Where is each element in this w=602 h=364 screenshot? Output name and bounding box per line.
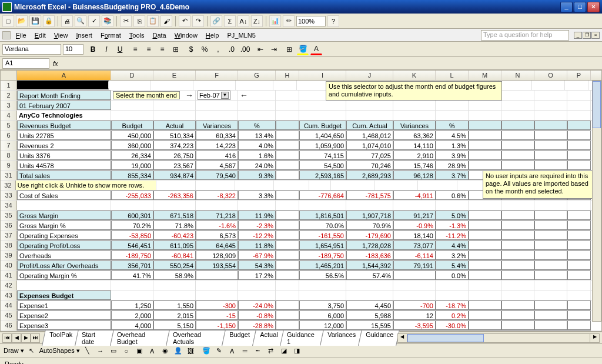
cell[interactable]	[109, 81, 151, 90]
col-header[interactable]: O	[534, 71, 567, 80]
cell[interactable]	[436, 111, 469, 120]
row-header[interactable]: 3	[1, 101, 17, 110]
merge-icon[interactable]: ⊞	[170, 44, 182, 55]
permission-icon[interactable]: 🔒	[43, 15, 55, 27]
cell[interactable]	[469, 201, 501, 210]
col-header[interactable]: D	[111, 71, 153, 80]
cell[interactable]	[501, 101, 534, 110]
cell[interactable]: 5.0%	[436, 211, 469, 220]
row-header[interactable]: 9	[1, 161, 17, 170]
row-header[interactable]: 34	[1, 201, 17, 210]
cell[interactable]	[276, 320, 299, 330]
cell[interactable]	[276, 300, 299, 310]
textbox-icon[interactable]: ▣	[134, 346, 145, 356]
cell[interactable]	[501, 241, 534, 250]
col-header[interactable]: H	[276, 71, 299, 80]
cell[interactable]: 79,191	[393, 261, 436, 270]
cell[interactable]	[238, 290, 276, 300]
cell[interactable]: 70.0%	[299, 221, 346, 230]
sheet-tab[interactable]: ToolPak	[42, 330, 79, 346]
cell[interactable]	[534, 271, 567, 280]
cell[interactable]	[534, 251, 567, 260]
row-header[interactable]: 43	[1, 290, 17, 300]
row-header[interactable]: 37	[1, 231, 17, 240]
cell[interactable]	[567, 261, 591, 270]
dec-indent-icon[interactable]: ⇤	[255, 44, 266, 55]
cell[interactable]: 934,874	[153, 171, 196, 180]
cell[interactable]: -67.9%	[238, 251, 276, 260]
cell[interactable]	[534, 231, 567, 240]
cell[interactable]: 1,468,012	[346, 131, 393, 140]
cell[interactable]	[469, 241, 501, 250]
cell[interactable]	[567, 121, 591, 130]
cell[interactable]	[276, 101, 299, 110]
cell[interactable]	[567, 280, 591, 290]
cell[interactable]	[567, 131, 591, 140]
cell[interactable]	[374, 181, 418, 190]
cell[interactable]: Cum. Budget	[299, 121, 346, 130]
spell-icon[interactable]: ✓	[88, 15, 100, 27]
cell[interactable]: %	[436, 121, 469, 130]
cell[interactable]: -161,550	[299, 231, 346, 240]
inc-indent-icon[interactable]: ⇥	[268, 44, 280, 55]
cell[interactable]	[17, 201, 111, 210]
cell[interactable]: 54.3%	[238, 261, 276, 270]
cell[interactable]: 19,000	[111, 161, 153, 170]
cell[interactable]: -11.2%	[436, 231, 469, 240]
cell[interactable]	[534, 201, 567, 210]
cell[interactable]: 360,000	[111, 141, 153, 150]
row-header[interactable]: 35	[1, 211, 17, 220]
cell[interactable]: 2,015	[153, 310, 196, 320]
cell[interactable]	[309, 181, 331, 190]
cell[interactable]: 6,573	[196, 231, 238, 240]
col-header[interactable]: I	[299, 71, 346, 80]
name-box[interactable]: A1	[2, 58, 49, 69]
cell[interactable]: Cum. Actual	[346, 121, 393, 130]
cell[interactable]	[299, 101, 346, 110]
cell[interactable]: 64,645	[196, 241, 238, 250]
cell[interactable]	[276, 310, 299, 320]
cell[interactable]	[469, 310, 501, 320]
fill-icon[interactable]: 🪣	[201, 346, 212, 356]
cell[interactable]: 1,544,392	[346, 261, 393, 270]
cell[interactable]: 450,000	[111, 131, 153, 140]
paste-icon[interactable]: 📋	[147, 15, 159, 27]
cell[interactable]: -2.3%	[238, 221, 276, 230]
print-icon[interactable]: 🖨	[61, 15, 73, 27]
row-header[interactable]: 46	[1, 320, 17, 330]
cell[interactable]	[276, 271, 299, 280]
row-header[interactable]: 31	[1, 171, 17, 180]
borders-icon[interactable]: ⊞	[283, 44, 295, 55]
cell[interactable]	[17, 81, 109, 89]
cell[interactable]	[276, 201, 299, 210]
cell[interactable]	[111, 280, 153, 290]
col-header[interactable]: E	[153, 71, 196, 80]
cell[interactable]: -53,850	[111, 231, 153, 240]
cell[interactable]: 128,909	[196, 251, 238, 260]
cell[interactable]: 1,654,951	[299, 241, 346, 250]
cell[interactable]	[276, 231, 299, 240]
cell[interactable]: -6,114	[393, 251, 436, 260]
zoom-combo[interactable]	[296, 16, 326, 26]
cell[interactable]: 4,450	[346, 300, 393, 310]
cell[interactable]: 4.4%	[436, 241, 469, 250]
cell[interactable]	[111, 111, 153, 120]
cell[interactable]	[276, 251, 299, 260]
cell[interactable]: 57.4%	[346, 271, 393, 280]
menu-view[interactable]: View	[51, 31, 72, 40]
cell[interactable]: 0.2%	[436, 310, 469, 320]
cell[interactable]	[469, 330, 501, 332]
help-icon[interactable]: ?	[327, 15, 339, 27]
cell[interactable]	[193, 81, 236, 90]
cell[interactable]: -18.7%	[436, 300, 469, 310]
cell[interactable]	[346, 280, 393, 290]
cell[interactable]: 15,595	[346, 320, 393, 330]
cell[interactable]: -183,636	[346, 251, 393, 260]
cell[interactable]: 546,451	[111, 241, 153, 250]
undo-icon[interactable]: ↶	[179, 15, 190, 27]
cell[interactable]: 671,518	[153, 211, 196, 220]
row-header[interactable]: 1	[1, 81, 17, 90]
cell[interactable]	[276, 171, 299, 180]
row-header[interactable]: 7	[1, 141, 17, 150]
inc-decimal-icon[interactable]: .0	[226, 44, 238, 55]
